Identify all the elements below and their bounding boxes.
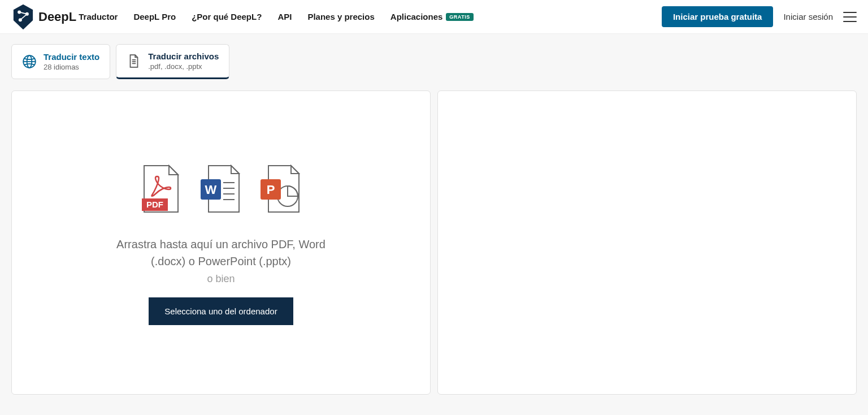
document-icon [127, 54, 141, 68]
tab-files-title: Traducir archivos [148, 51, 219, 61]
nav-pro[interactable]: DeepL Pro [133, 12, 176, 21]
logo-area[interactable]: DeepL [11, 3, 76, 31]
svg-text:P: P [267, 183, 275, 197]
nav-plans[interactable]: Planes y precios [307, 12, 374, 21]
nav-why[interactable]: ¿Por qué DeepL? [192, 12, 262, 21]
tab-files-subtitle: .pdf, .docx, .pptx [148, 62, 219, 71]
tab-translate-text[interactable]: Traducir texto 28 idiomas [11, 44, 110, 79]
powerpoint-file-icon: P [261, 165, 300, 213]
header: DeepL Traductor DeepL Pro ¿Por qué DeepL… [0, 0, 868, 34]
mode-tabs: Traducir texto 28 idiomas Traducir archi… [0, 34, 868, 79]
drop-instructions: Arrastra hasta aquí un archivo PDF, Word… [102, 236, 340, 270]
file-type-icons: PDF W [142, 165, 300, 213]
panels: PDF W [0, 79, 868, 406]
svg-text:PDF: PDF [146, 200, 163, 209]
target-panel [437, 90, 857, 395]
word-file-icon: W [201, 165, 240, 213]
nav-apps-label: Aplicaciones [390, 12, 443, 21]
deepl-logo-icon [11, 3, 35, 31]
pdf-file-icon: PDF [142, 165, 180, 213]
nav-translator[interactable]: Traductor [79, 12, 118, 21]
tab-text-subtitle: 28 idiomas [44, 63, 99, 71]
tab-text-title: Traducir texto [44, 52, 99, 62]
globe-icon [22, 54, 37, 69]
start-trial-button[interactable]: Iniciar prueba gratuita [662, 6, 774, 27]
main-nav: Traductor DeepL Pro ¿Por qué DeepL? API … [79, 12, 473, 21]
login-link[interactable]: Iniciar sesión [783, 12, 833, 21]
header-right: Iniciar prueba gratuita Iniciar sesión [662, 6, 857, 27]
hamburger-menu-icon[interactable] [843, 12, 857, 22]
tab-translate-files[interactable]: Traducir archivos .pdf, .docx, .pptx [116, 44, 229, 79]
svg-text:W: W [205, 183, 217, 197]
file-drop-zone[interactable]: PDF W [12, 91, 430, 325]
select-file-button[interactable]: Selecciona uno del ordenador [149, 297, 293, 325]
drop-or-text: o bien [207, 273, 235, 285]
free-badge: GRATIS [446, 13, 473, 21]
nav-apps[interactable]: Aplicaciones GRATIS [390, 12, 474, 21]
source-panel[interactable]: PDF W [11, 90, 431, 395]
nav-api[interactable]: API [277, 12, 292, 21]
brand-name: DeepL [38, 10, 76, 24]
